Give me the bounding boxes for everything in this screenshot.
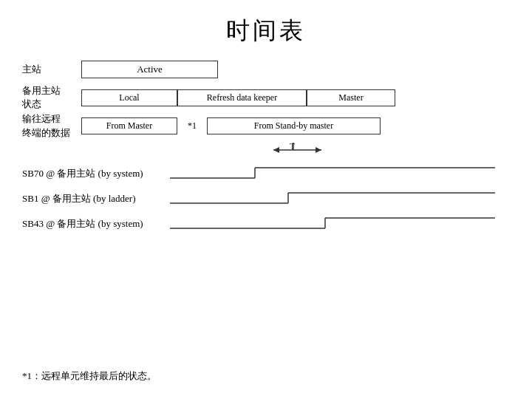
remote-terminal-label: 输往远程 终端的数据 [22, 112, 81, 139]
svg-marker-3 [316, 147, 321, 153]
footnote: *1：远程单元维持最后的状态。 [22, 369, 157, 383]
page-title: 时间表 [0, 0, 532, 61]
standby-station-label: 备用主站 状态 [22, 84, 81, 111]
seg-refresh: Refresh data keeper [177, 89, 307, 106]
svg-text:T: T [290, 143, 296, 151]
tl-label-sb1: SB1 @ 备用主站 (by ladder) [22, 192, 170, 205]
seg-master: Master [307, 89, 395, 106]
seg-from-standby: From Stand-by master [207, 117, 381, 134]
svg-marker-2 [273, 147, 279, 153]
tl-line-sb43 [170, 212, 510, 236]
active-status-box: Active [81, 61, 218, 78]
master-station-label: 主站 [22, 63, 81, 76]
seg-local: Local [81, 89, 177, 106]
tl-label-sb70: SB70 @ 备用主站 (by system) [22, 167, 170, 180]
tl-label-sb43: SB43 @ 备用主站 (by system) [22, 217, 170, 231]
tl-line-sb70 [170, 162, 510, 185]
tl-line-sb1 [170, 187, 510, 211]
timeline-area: SB70 @ 备用主站 (by system) SB1 @ 备用主站 (by l… [22, 162, 510, 236]
seg-star1: *1 [177, 120, 207, 132]
seg-from-master: From Master [81, 117, 177, 134]
t-arrow-area: T [170, 143, 510, 156]
